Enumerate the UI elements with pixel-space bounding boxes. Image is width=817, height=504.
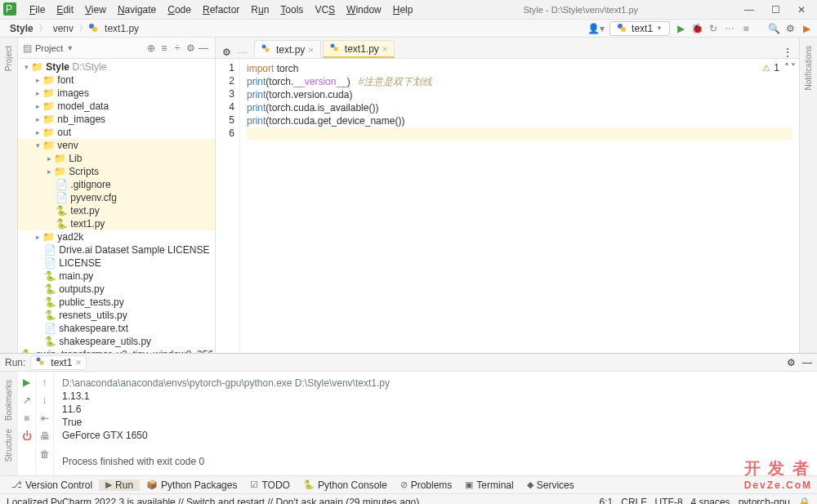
search-icon[interactable]: 🔍	[768, 23, 779, 34]
menu-code[interactable]: Code	[163, 2, 196, 17]
settings-icon[interactable]: ⚙	[784, 23, 796, 34]
print-icon[interactable]: 🖶	[40, 430, 50, 442]
tool-problems[interactable]: ⊘ Problems	[394, 479, 459, 491]
menu-file[interactable]: File	[25, 2, 50, 17]
user-icon[interactable]: 👤▾	[587, 23, 605, 34]
locate-icon[interactable]: ⊕	[145, 42, 158, 54]
code-content[interactable]: import torch print(torch.__version__) #注…	[240, 59, 799, 353]
lock-icon[interactable]: 🔒	[798, 497, 810, 504]
tree-file[interactable]: 🐍 text1.py	[18, 217, 215, 230]
breadcrumb-file[interactable]: text1.py	[100, 22, 144, 35]
menu-help[interactable]: Help	[388, 2, 418, 17]
more-run-button[interactable]: ⋯	[724, 23, 735, 34]
menu-tools[interactable]: Tools	[275, 2, 308, 17]
tree-file[interactable]: 🐍 public_tests.py	[18, 296, 215, 309]
tab-text-py[interactable]: text.py×	[254, 40, 321, 58]
tree-folder[interactable]: ▸📁 images	[18, 87, 215, 100]
run-button[interactable]: ▶	[675, 23, 686, 34]
menu-view[interactable]: View	[80, 2, 111, 17]
warnings-badge[interactable]: ⚠1	[762, 62, 779, 74]
close-tab-icon[interactable]: ×	[382, 44, 387, 54]
tool-todo[interactable]: ☑ TODO	[243, 479, 296, 491]
run-panel-tab[interactable]: text1 ×	[30, 355, 87, 370]
breadcrumb-root[interactable]: Style	[5, 22, 38, 35]
hide-panel-icon[interactable]: ―	[802, 357, 812, 368]
exit-button[interactable]: ⏻	[22, 430, 32, 442]
maximize-button[interactable]: ☐	[770, 4, 781, 16]
tab-text1-py[interactable]: text1.py×	[323, 40, 395, 58]
project-tool-button[interactable]: Project	[4, 46, 13, 71]
prev-highlight-icon[interactable]: ˄	[784, 62, 789, 74]
menu-edit[interactable]: Edit	[51, 2, 78, 17]
minimize-button[interactable]: ―	[743, 4, 755, 16]
tool-version-control[interactable]: ⎇ Version Control	[5, 479, 99, 491]
tree-file[interactable]: 📄 pyvenv.cfg	[18, 191, 215, 204]
stop-button[interactable]: ■	[24, 413, 29, 424]
run-settings-icon[interactable]: ⚙	[787, 357, 796, 368]
tool-services[interactable]: ◆ Services	[520, 479, 581, 491]
tree-folder-venv[interactable]: ▾📁 venv	[18, 139, 215, 152]
run-config-button[interactable]: ↗	[23, 395, 31, 406]
tree-file[interactable]: 📄 LICENSE	[18, 256, 215, 270]
status-message[interactable]: Localized PyCharm 2022.3 is available //…	[7, 497, 419, 504]
indent-info[interactable]: 4 spaces	[691, 497, 730, 504]
code-area[interactable]: 123456 import torch print(torch.__versio…	[216, 59, 799, 353]
tree-file[interactable]: 🐍 outputs.py	[18, 283, 215, 296]
chevron-down-icon[interactable]: ▼	[66, 44, 74, 52]
tree-folder[interactable]: ▸📁 Scripts	[18, 165, 215, 178]
project-tree[interactable]: ▾📁 Style D:\Style ▸📁 font ▸📁 images ▸📁 m…	[18, 59, 215, 353]
tree-folder[interactable]: ▸📁 font	[18, 74, 215, 87]
caret-position[interactable]: 6:1	[600, 497, 614, 504]
soft-wrap-icon[interactable]: ⇤	[41, 413, 49, 424]
file-encoding[interactable]: UTF-8	[655, 497, 683, 504]
hide-icon[interactable]: ―	[197, 42, 210, 54]
gear-icon[interactable]: ⚙	[222, 47, 231, 58]
next-highlight-icon[interactable]: ˅	[791, 62, 796, 74]
tree-folder[interactable]: ▸📁 yad2k	[18, 230, 215, 243]
close-button[interactable]: ✕	[796, 4, 807, 16]
tool-python-console[interactable]: 🐍 Python Console	[297, 479, 394, 491]
menu-refactor[interactable]: Refactor	[198, 2, 244, 17]
run-output[interactable]: D:\anaconda\anaconda\envs\pytorch-gpu\py…	[54, 372, 817, 475]
menu-vcs[interactable]: VCS	[310, 2, 340, 17]
tabs-more-icon[interactable]: ⋮	[783, 47, 792, 58]
tool-terminal[interactable]: ▣ Terminal	[458, 479, 520, 491]
expand-icon[interactable]: ≡	[158, 42, 171, 54]
close-tab-icon[interactable]: ×	[308, 45, 313, 55]
line-separator[interactable]: CRLF	[621, 497, 646, 504]
interpreter-info[interactable]: pytorch-gpu	[739, 497, 790, 504]
tree-folder[interactable]: ▸📁 nb_images	[18, 113, 215, 126]
menu-window[interactable]: Window	[342, 2, 386, 17]
tree-file[interactable]: 🐍 shakespeare_utils.py	[18, 335, 215, 348]
tree-file[interactable]: 🐍 swin_transformer_v2_tiny_window8_256_i…	[18, 348, 215, 353]
tree-folder[interactable]: ▸📁 out	[18, 126, 215, 139]
tree-file[interactable]: 📄 shakespeare.txt	[18, 322, 215, 335]
up-icon[interactable]: ↑	[42, 377, 47, 388]
whats-new-icon[interactable]: ▶	[801, 23, 812, 34]
sidebar-settings-icon[interactable]: ⚙	[184, 42, 197, 54]
tree-file[interactable]: 🐍 text.py	[18, 204, 215, 217]
tree-root[interactable]: ▾📁 Style D:\Style	[18, 60, 215, 74]
menu-navigate[interactable]: Navigate	[113, 2, 161, 17]
tree-file[interactable]: 📄 .gitignore	[18, 178, 215, 191]
bookmarks-tool-button[interactable]: Bookmarks	[4, 380, 13, 421]
collapse-icon[interactable]: ÷	[171, 42, 184, 54]
rerun-button[interactable]: ▶	[23, 377, 30, 388]
menu-run[interactable]: Run	[246, 2, 274, 17]
down-icon[interactable]: ↓	[42, 395, 47, 406]
sidebar-title[interactable]: Project	[35, 43, 63, 53]
structure-tool-button[interactable]: Structure	[4, 429, 13, 462]
tree-folder[interactable]: ▸📁 Lib	[18, 152, 215, 165]
debug-button[interactable]: 🐞	[691, 23, 703, 34]
tree-file[interactable]: 🐍 resnets_utils.py	[18, 309, 215, 322]
tree-file[interactable]: 🐍 main.py	[18, 270, 215, 283]
breadcrumb-folder[interactable]: venv	[48, 22, 78, 35]
tool-run[interactable]: ▶ Run	[99, 479, 140, 491]
clear-icon[interactable]: 🗑	[40, 448, 50, 460]
tree-folder[interactable]: ▸📁 model_data	[18, 100, 215, 113]
notifications-tool-button[interactable]: Notifications	[804, 46, 813, 90]
run-config-selector[interactable]: text1 ▼	[609, 21, 670, 36]
tree-file[interactable]: 📄 Drive.ai Dataset Sample LICENSE	[18, 243, 215, 256]
stop-button[interactable]: ■	[740, 23, 752, 34]
tool-python-packages[interactable]: 📦 Python Packages	[140, 479, 243, 491]
